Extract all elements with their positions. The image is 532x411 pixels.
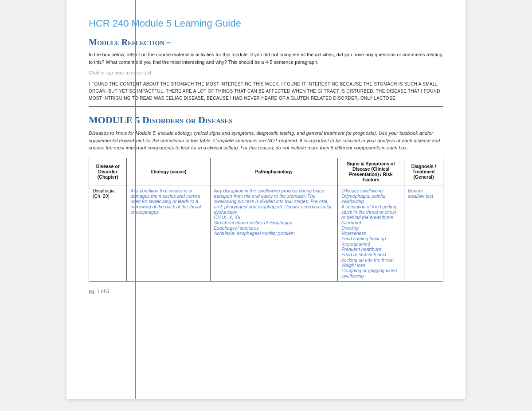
cell-etiology: Any condition that weakens or damages th… bbox=[127, 185, 210, 281]
col-header-diagnosis: Diagnosis / Treatment (General) bbox=[404, 158, 443, 185]
col-header-disease: Disease or Disorder (Chapter) bbox=[89, 158, 127, 185]
disorders-heading: MODULE 5 Disorders or Diseases bbox=[89, 114, 443, 126]
reflection-heading: Module Reflection – bbox=[89, 37, 443, 47]
table-row: Dysphagia (Ch. 29) Any condition that we… bbox=[89, 185, 443, 281]
disorders-instruction: Diseases to know for Module 5, include e… bbox=[89, 129, 443, 152]
cell-pathophysiology: Any disruption in the swallowing process… bbox=[210, 185, 337, 281]
page-title: HCR 240 Module 5 Learning Guide bbox=[89, 18, 443, 29]
cell-diagnosis: Barium swallow test bbox=[404, 185, 443, 281]
page-footer: pg. 1 of 5 bbox=[89, 289, 443, 294]
reflection-instruction: In the box below, reflect on the course … bbox=[89, 51, 443, 66]
cell-signs: Difficulty swallowing Odynophagia: painf… bbox=[337, 185, 404, 281]
left-border bbox=[135, 0, 136, 399]
disorders-table: Disease or Disorder (Chapter) Etiology (… bbox=[89, 158, 443, 282]
col-header-pathophysiology: Pathophysiology bbox=[210, 158, 337, 185]
col-header-signs: Signs & Symptoms of Disease (Clinical Pr… bbox=[337, 158, 404, 185]
reflection-body: I FOUND THE CONTENT ABOUT THE STOMACH TH… bbox=[89, 81, 443, 107]
reflection-placeholder[interactable]: Click or tap here to enter text. bbox=[89, 70, 443, 75]
col-header-etiology: Etiology (cause) bbox=[127, 158, 210, 185]
cell-disease: Dysphagia (Ch. 29) bbox=[89, 185, 127, 281]
page: HCR 240 Module 5 Learning Guide Module R… bbox=[66, 0, 466, 399]
